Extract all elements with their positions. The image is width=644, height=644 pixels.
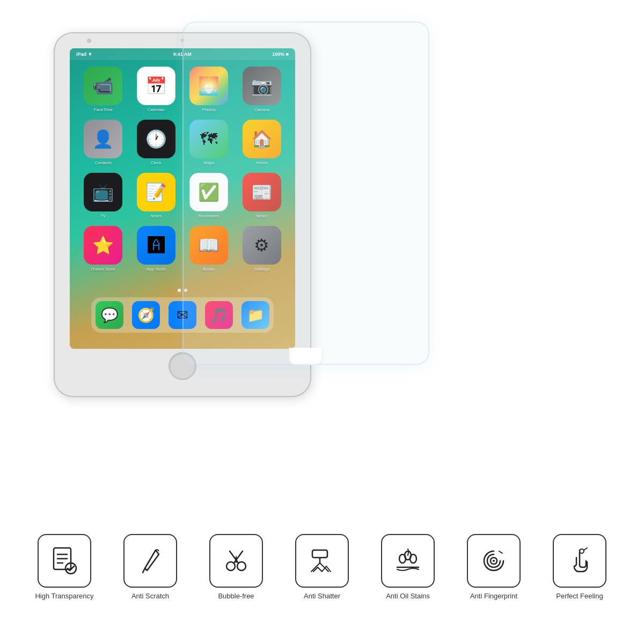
- feature-label-anti-scratch: Anti Scratch: [131, 592, 169, 601]
- feature-icon-box-high-transparency: [38, 534, 91, 588]
- svg-rect-11: [312, 550, 327, 558]
- app-cell: 🕐Clock: [134, 120, 179, 165]
- feature-icon-box-bubble-free: [209, 534, 263, 588]
- svg-point-15: [410, 554, 416, 563]
- app-cell: 📅Calendar: [134, 67, 179, 112]
- feature-label-anti-oil-stains: Anti Oil Stains: [386, 592, 430, 601]
- features-row: High Transparency Anti Scratch Bubble-fr…: [0, 526, 644, 633]
- app-label: Calendar: [148, 107, 165, 112]
- svg-line-5: [143, 568, 145, 573]
- app-label: FaceTime: [94, 107, 113, 112]
- svg-line-20: [584, 548, 587, 550]
- feature-item-anti-scratch: Anti Scratch: [110, 534, 191, 601]
- app-label: Notes: [150, 214, 162, 218]
- feature-label-perfect-feeling: Perfect Feeling: [556, 592, 603, 601]
- page-dot-1: [178, 289, 181, 292]
- app-icon-tv[interactable]: 📺: [84, 173, 122, 211]
- app-icon-contacts[interactable]: 👤: [84, 120, 122, 158]
- app-icon-itunes-store[interactable]: ⭐: [84, 226, 122, 265]
- ipad-camera-icon: [87, 39, 91, 43]
- app-icon-facetime[interactable]: 📹: [84, 67, 122, 105]
- app-cell: ⭐iTunes Store: [80, 226, 126, 272]
- dock-icon-messages[interactable]: 💬: [96, 301, 123, 329]
- feature-icon-box-anti-scratch: [123, 534, 177, 588]
- feature-icon-box-anti-fingerprint: [467, 534, 521, 588]
- feature-icon-box-anti-shatter: [295, 534, 349, 588]
- feature-item-perfect-feeling: Perfect Feeling: [539, 534, 620, 601]
- feature-icon-box-anti-oil-stains: [381, 534, 435, 588]
- feature-item-high-transparency: High Transparency: [24, 534, 105, 601]
- status-carrier: iPad ▼: [76, 52, 92, 57]
- app-icon-notes[interactable]: 📝: [137, 173, 175, 211]
- app-label: Contacts: [94, 160, 112, 165]
- dock-icon-safari[interactable]: 🧭: [132, 301, 160, 329]
- svg-line-9: [230, 551, 238, 563]
- app-label: App Store: [147, 267, 166, 272]
- app-icon-app-store[interactable]: 🅰: [137, 226, 175, 265]
- screen-protector: [182, 21, 429, 365]
- feature-item-bubble-free: Bubble-free: [196, 534, 276, 601]
- product-area: iPad ▼ 9:41 AM 100% ■ 📹FaceTime📅Calendar…: [0, 0, 644, 526]
- app-label: Clock: [151, 160, 162, 165]
- app-icon-clock[interactable]: 🕐: [137, 120, 175, 158]
- svg-line-18: [499, 551, 502, 553]
- app-cell: 📹FaceTime: [80, 67, 126, 112]
- app-label: TV: [100, 214, 106, 218]
- feature-item-anti-fingerprint: Anti Fingerprint: [453, 534, 534, 601]
- app-label: iTunes Store: [91, 267, 115, 272]
- feature-label-bubble-free: Bubble-free: [218, 592, 254, 601]
- app-cell: 👤Contacts: [80, 120, 126, 165]
- feature-item-anti-shatter: Anti Shatter: [282, 534, 362, 601]
- app-cell: 📝Notes: [134, 173, 179, 218]
- app-icon-calendar[interactable]: 📅: [137, 67, 175, 105]
- svg-line-8: [234, 551, 243, 563]
- feature-item-anti-oil-stains: Anti Oil Stains: [368, 534, 448, 601]
- app-cell: 📺TV: [80, 173, 126, 218]
- feature-label-high-transparency: High Transparency: [35, 592, 93, 601]
- svg-point-17: [493, 560, 495, 562]
- app-cell: 🅰App Store: [134, 226, 179, 272]
- feature-label-anti-fingerprint: Anti Fingerprint: [470, 592, 517, 601]
- feature-label-anti-shatter: Anti Shatter: [304, 592, 340, 601]
- feature-icon-box-perfect-feeling: [553, 534, 606, 588]
